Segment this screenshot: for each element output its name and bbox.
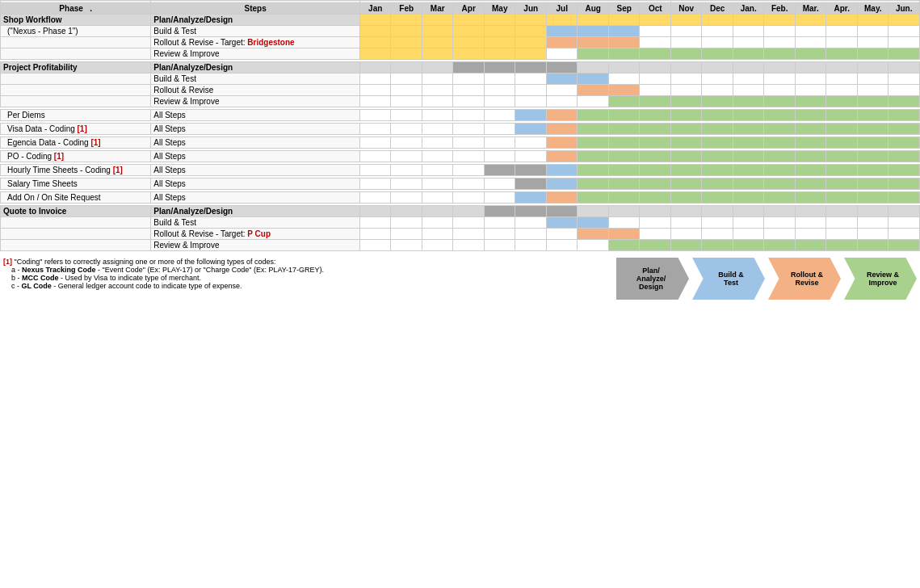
month-cell	[670, 15, 702, 26]
month-cell	[608, 37, 640, 48]
month-cell	[702, 151, 733, 162]
month-cell	[422, 37, 453, 48]
data-row: Review & Improve	[1, 240, 920, 251]
month-cell	[826, 110, 858, 121]
month-nov17: Nov	[670, 3, 702, 15]
month-cell	[359, 15, 391, 26]
steps-cell: Plan/Analyze/Design	[151, 62, 360, 74]
month-cell	[453, 178, 485, 190]
phase-cell	[1, 74, 151, 85]
gantt-container: Phase . Steps Jan Feb Mar Apr May Jun Ju…	[0, 0, 920, 306]
month-cell	[453, 124, 485, 135]
month-cell	[391, 217, 422, 229]
footnotes: [1] "Coding" refers to correctly assigni…	[3, 258, 600, 290]
month-cell	[670, 26, 702, 37]
month-cell	[578, 178, 609, 190]
month-cell	[359, 37, 391, 48]
month-cell	[795, 124, 826, 135]
month-cell	[640, 74, 671, 85]
month-cell	[702, 26, 733, 37]
month-cell	[764, 96, 796, 107]
month-cell	[888, 217, 920, 229]
month-cell	[453, 151, 485, 162]
month-cell	[795, 96, 826, 107]
month-cell	[608, 192, 640, 204]
month-cell	[359, 178, 391, 190]
month-cell	[888, 62, 920, 74]
month-cell	[640, 26, 671, 37]
month-cell	[608, 74, 640, 85]
month-cell	[608, 165, 640, 176]
month-jan18: Jan.	[733, 3, 764, 15]
month-cell	[453, 96, 485, 107]
phase-cell: Quote to Invoice	[1, 206, 151, 217]
month-cell	[391, 240, 422, 251]
month-cell	[640, 37, 671, 48]
month-cell	[764, 178, 796, 190]
month-cell	[826, 240, 858, 251]
month-cell	[764, 48, 796, 60]
month-cell	[484, 26, 515, 37]
month-cell	[546, 96, 578, 107]
month-cell	[733, 110, 764, 121]
month-cell	[670, 206, 702, 217]
month-cell	[391, 151, 422, 162]
steps-cell: All Steps	[151, 110, 360, 121]
month-cell	[484, 229, 515, 240]
month-cell	[702, 206, 733, 217]
gantt-body: Shop WorkflowPlan/Analyze/Design("Nexus …	[1, 15, 920, 251]
month-cell	[733, 15, 764, 26]
month-cell	[578, 229, 609, 240]
month-cell	[608, 96, 640, 107]
month-cell	[857, 217, 888, 229]
month-cell	[733, 240, 764, 251]
month-cell	[764, 137, 796, 149]
month-cell	[857, 48, 888, 60]
phase-cell	[1, 96, 151, 107]
data-row: Visa Data - Coding [1]All Steps	[1, 124, 920, 135]
month-cell	[702, 217, 733, 229]
month-cell	[764, 124, 796, 135]
month-cell	[484, 15, 515, 26]
month-cell	[515, 74, 547, 85]
month-cell	[546, 85, 578, 96]
data-row: Salary Time SheetsAll Steps	[1, 178, 920, 190]
month-jun17: Jun	[515, 3, 547, 15]
month-cell	[702, 240, 733, 251]
month-cell	[702, 62, 733, 74]
month-cell	[608, 110, 640, 121]
month-cell	[578, 192, 609, 204]
month-cell	[422, 85, 453, 96]
month-cell	[640, 178, 671, 190]
month-cell	[546, 240, 578, 251]
month-cell	[359, 110, 391, 121]
month-cell	[578, 110, 609, 121]
month-cell	[670, 137, 702, 149]
month-cell	[764, 229, 796, 240]
phase-cell: Per Diems	[1, 110, 151, 121]
data-row: Hourly Time Sheets - Coding [1]All Steps	[1, 165, 920, 176]
month-cell	[702, 110, 733, 121]
month-cell	[795, 62, 826, 74]
month-cell	[888, 96, 920, 107]
month-cell	[608, 229, 640, 240]
month-jul17: Jul	[546, 3, 578, 15]
month-cell	[888, 206, 920, 217]
month-dec17: Dec	[702, 3, 733, 15]
month-cell	[670, 110, 702, 121]
month-cell	[515, 151, 547, 162]
month-apr17: Apr	[453, 3, 485, 15]
month-cell	[670, 62, 702, 74]
month-cell	[608, 137, 640, 149]
month-cell	[733, 137, 764, 149]
footnote-gl-bold: GL Code	[22, 282, 52, 290]
month-cell	[422, 229, 453, 240]
month-cell	[888, 151, 920, 162]
section-row: Project ProfitabilityPlan/Analyze/Design	[1, 62, 920, 74]
month-cell	[795, 178, 826, 190]
month-cell	[515, 206, 547, 217]
month-cell	[733, 206, 764, 217]
steps-cell: Plan/Analyze/Design	[151, 15, 360, 26]
month-cell	[359, 192, 391, 204]
data-row: Rollout & Revise - Target: Bridgestone	[1, 37, 920, 48]
